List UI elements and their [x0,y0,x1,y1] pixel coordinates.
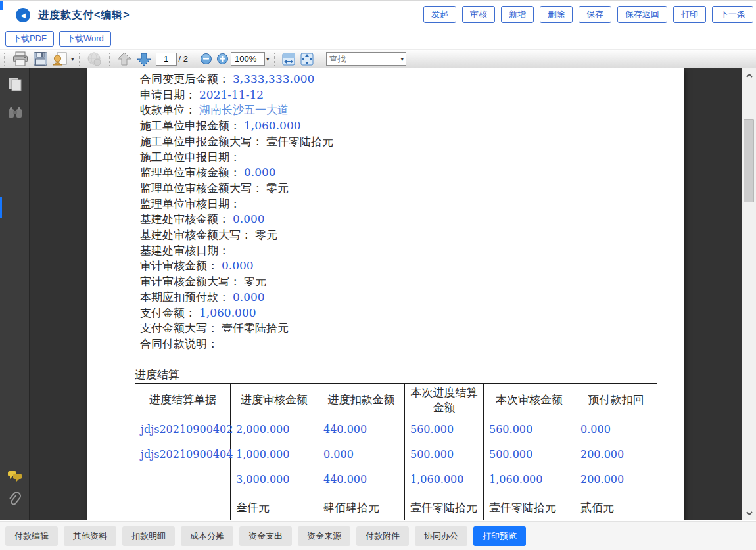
toolbar-separator [274,53,275,66]
bottom-tab[interactable]: 资金来源 [298,526,350,546]
page-total-label: / 2 [179,54,188,64]
table-cell: 1,060.000 [484,467,575,492]
document-fields: 合同变更后金额：3,333,333.000申请日期：2021-11-12收款单位… [87,68,684,352]
header-action-button[interactable]: 审核 [462,6,495,23]
field-label: 监理单位审核金额大写： [140,181,263,195]
field-label: 监理单位审核金额： [140,166,241,179]
toolbar-separator [321,53,321,66]
field-label: 支付金额大写： [140,321,218,334]
document-field-line: 本期应扣预付款：0.000 [140,290,684,306]
search-input[interactable] [327,53,400,64]
vertical-scrollbar[interactable] [742,68,756,520]
bottom-tab[interactable]: 付款编辑 [5,526,58,546]
download-bar: 下载PDF 下载Word [0,30,756,49]
field-label: 审计审核金额大写： [140,275,241,288]
field-label: 审计审核金额： [140,259,218,272]
field-label: 本期应扣预付款： [140,290,229,304]
table-cell: 壹仟零陆拾元 [405,492,484,520]
download-pdf-button[interactable]: 下载PDF [5,31,54,47]
save-icon[interactable] [31,51,50,68]
header-action-button[interactable]: 保存返回 [617,6,667,23]
field-value: 0.000 [233,212,265,225]
header-action-button[interactable]: 打印 [673,6,706,23]
header-action-button[interactable]: 下一条 [712,6,753,23]
bottom-tab[interactable]: 扣款明细 [122,526,175,546]
bottom-tab[interactable]: 成本分摊 [181,526,233,546]
table-cell [135,467,231,492]
document-field-line: 收款单位：湖南长沙五一大道 [140,103,684,118]
bottom-tab[interactable]: 协同办公 [415,526,467,546]
scrollbar-thumb[interactable] [744,119,754,202]
field-value: 1,060.000 [244,119,301,132]
pdf-toolbar: ▾ / 2 100% ▾ ▾ [0,49,756,68]
document-field-line: 基建处审核金额：0.000 [140,212,684,227]
table-header-cell: 预付款扣回 [575,383,657,417]
table-cell [135,492,231,520]
page-down-icon[interactable] [134,51,154,68]
table-cell: 肆佰肆拾元 [318,492,405,520]
thumbnails-icon[interactable] [7,76,23,95]
attachment-icon[interactable] [7,492,22,511]
table-cell: 1,000.000 [231,442,318,467]
bottom-tab[interactable]: 其他资料 [64,526,116,546]
table-row: jdjs202109004041,000.0000.000500.000500.… [135,442,657,467]
document-field-line: 审计审核金额：0.000 [140,258,684,274]
document-field-line: 施工单位申报日期： [140,150,684,166]
table-cell: 500.000 [405,442,484,467]
pdf-sidebar [0,68,30,520]
corner-accent [0,1,3,10]
field-value: 3,333,333.000 [233,72,314,85]
back-button[interactable]: ◀ [16,8,30,22]
zoom-out-icon[interactable] [198,51,214,68]
search-dropdown-caret-icon[interactable]: ▾ [401,56,404,62]
table-title: 进度结算 [135,367,684,382]
header-action-button[interactable]: 删除 [540,6,573,23]
field-value: 零元 [255,228,277,241]
page-number-input[interactable] [156,53,177,66]
document-field-line: 监理单位审核日期： [140,196,684,212]
zoom-dropdown-caret-icon[interactable]: ▾ [266,56,270,62]
header-action-button[interactable]: 保存 [579,6,611,23]
table-cell: 1,060.000 [405,467,484,492]
download-word-button[interactable]: 下载Word [59,31,111,47]
header-action-button[interactable]: 新增 [501,6,534,23]
zoom-level-box[interactable]: 100% [231,52,265,66]
table-cell: jdjs20210900402 [135,417,231,442]
bottom-tab-bar: 付款编辑其他资料扣款明细成本分摊资金支出资金来源付款附件协同办公打印预览 [0,521,756,550]
table-cell: jdjs20210900404 [135,442,231,467]
field-value: 0.000 [244,166,276,179]
field-value: 0.000 [222,259,254,272]
table-row: jdjs202109004022,000.000440.000560.00056… [135,417,657,442]
document-field-line: 支付金额：1,060.000 [140,306,684,321]
document-field-line: 合同付款说明： [140,336,684,352]
document-field-line: 审计审核金额大写：零元 [140,274,684,290]
table-cell: 560.000 [405,417,484,442]
bottom-tab[interactable]: 付款附件 [356,526,409,546]
fit-page-icon[interactable] [298,51,316,68]
comments-icon[interactable] [7,470,23,486]
export-dropdown-caret-icon[interactable]: ▾ [71,56,74,62]
bottom-tab[interactable]: 打印预览 [473,526,526,546]
toolbar-grip [4,53,7,66]
document-field-line: 施工单位申报金额大写：壹仟零陆拾元 [140,134,684,150]
document-field-line: 监理单位审核金额：0.000 [140,165,684,181]
toolbar-separator [109,53,110,66]
table-cell: 3,000.000 [231,467,318,492]
field-value: 1,060.000 [199,306,256,319]
table-cell: 440.000 [318,417,405,442]
document-field-line: 支付金额大写：壹仟零陆拾元 [140,321,684,336]
fit-width-icon[interactable] [279,51,298,68]
zoom-in-icon[interactable] [214,51,231,68]
field-value: 2021-11-12 [199,88,264,101]
header-actions: 发起审核新增删除保存保存返回打印下一条 [423,6,753,23]
field-label: 收款单位： [140,103,196,116]
table-cell: 贰佰元 [575,492,657,520]
page-up-icon[interactable] [114,51,134,68]
scroll-down-icon[interactable] [742,507,756,518]
bottom-tab[interactable]: 资金支出 [239,526,292,546]
export-icon[interactable] [50,51,70,68]
scroll-up-icon[interactable] [742,70,756,81]
header-action-button[interactable]: 发起 [423,6,456,23]
search-doc-icon[interactable] [7,106,23,123]
print-icon[interactable] [10,51,31,68]
